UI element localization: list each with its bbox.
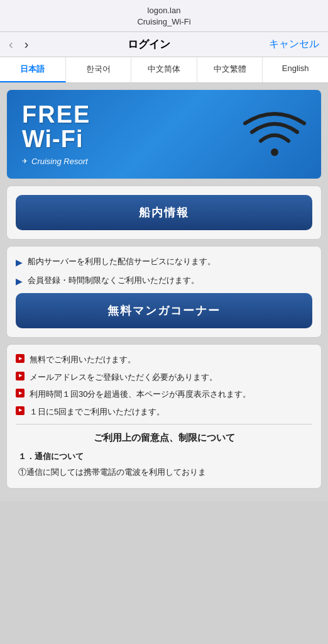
free-item-1: 無料でご利用いただけます。	[16, 353, 312, 366]
notice-title: ご利用上の留意点、制限について	[16, 432, 312, 444]
red-bullet-icon-3	[16, 389, 25, 397]
nav-bar: ‹ › ログイン キャンセル	[0, 32, 328, 57]
info-item-2: ▶ 会員登録・時間制限なくご利用いただけます。	[16, 274, 312, 288]
wifi-text: Wi-Fi	[22, 126, 90, 153]
main-content: FREE Wi-Fi ✈ Cruising Resort 船内情報 ▶	[0, 83, 328, 501]
cancel-button[interactable]: キャンセル	[269, 38, 319, 51]
manga-button[interactable]: 無料マンガコーナー	[16, 293, 312, 328]
wifi-banner-card: FREE Wi-Fi ✈ Cruising Resort	[6, 89, 322, 179]
nav-arrows: ‹ ›	[9, 37, 28, 52]
notice-section1-text: ①通信に関しては携帯電話の電波を利用しておりま	[18, 466, 310, 479]
forward-arrow[interactable]: ›	[25, 37, 29, 52]
ship-info-button[interactable]: 船内情報	[16, 195, 312, 230]
red-bullet-icon-2	[16, 372, 25, 380]
browser-bar: logon.lan Cruising_Wi-Fi	[0, 0, 328, 32]
url-line1: logon.lan	[0, 5, 328, 16]
language-tabs: 日本語 한국어 中文简体 中文繁體 English	[0, 57, 328, 83]
free-text-1: 無料でご利用いただけます。	[30, 353, 136, 366]
info-items-section: ▶ 船内サーバーを利用した配信サービスになります。 ▶ 会員登録・時間制限なくご…	[7, 247, 321, 337]
free-text-3: 利用時間１回30分を超過後、本ページが再度表示されます。	[30, 388, 251, 401]
page-title: ログイン	[128, 37, 170, 52]
free-text-4: １日に5回までご利用いただけます。	[30, 406, 165, 418]
brand-name: Cruising Resort	[31, 157, 88, 166]
red-bullet-icon-4	[16, 406, 25, 415]
tab-japanese[interactable]: 日本語	[0, 57, 66, 82]
manga-card: ▶ 船内サーバーを利用した配信サービスになります。 ▶ 会員登録・時間制限なくご…	[6, 246, 322, 338]
tab-korean[interactable]: 한국어	[66, 57, 132, 82]
tab-chinese-simplified[interactable]: 中文简体	[131, 57, 197, 82]
ship-info-card: 船内情報	[6, 186, 322, 240]
info-item-1: ▶ 船内サーバーを利用した配信サービスになります。	[16, 255, 312, 269]
tab-english[interactable]: English	[263, 57, 328, 82]
free-item-4: １日に5回までご利用いただけます。	[16, 406, 312, 418]
free-text-2: メールアドレスをご登録いただく必要があります。	[30, 371, 217, 384]
brand-logo-icon: ✈	[22, 157, 28, 165]
free-text: FREE	[22, 103, 90, 126]
info-bullet-icon-2: ▶	[16, 275, 23, 288]
free-item-2: メールアドレスをご登録いただく必要があります。	[16, 371, 312, 384]
divider	[16, 424, 312, 425]
free-item-3: 利用時間１回30分を超過後、本ページが再度表示されます。	[16, 388, 312, 401]
back-arrow[interactable]: ‹	[9, 37, 13, 52]
svg-point-0	[271, 148, 278, 156]
free-items-section: 無料でご利用いただけます。 メールアドレスをご登録いただく必要があります。 利用…	[7, 345, 321, 488]
free-usage-card: 無料でご利用いただけます。 メールアドレスをご登録いただく必要があります。 利用…	[6, 344, 322, 489]
wifi-text-block: FREE Wi-Fi ✈ Cruising Resort	[22, 103, 90, 166]
url-line2: Cruising_Wi-Fi	[0, 16, 328, 28]
notice-section1-title: １．通信について	[18, 450, 310, 464]
tab-chinese-traditional[interactable]: 中文繁體	[197, 57, 263, 82]
info-bullet-icon-1: ▶	[16, 256, 23, 269]
wifi-signal-icon	[243, 109, 306, 160]
brand-row: ✈ Cruising Resort	[22, 157, 90, 166]
wifi-banner: FREE Wi-Fi ✈ Cruising Resort	[7, 90, 321, 179]
info-text-1: 船内サーバーを利用した配信サービスになります。	[28, 255, 216, 268]
red-bullet-icon-1	[16, 354, 25, 363]
info-text-2: 会員登録・時間制限なくご利用いただけます。	[28, 274, 199, 287]
notice-section: １．通信について ①通信に関しては携帯電話の電波を利用しておりま	[16, 450, 312, 479]
